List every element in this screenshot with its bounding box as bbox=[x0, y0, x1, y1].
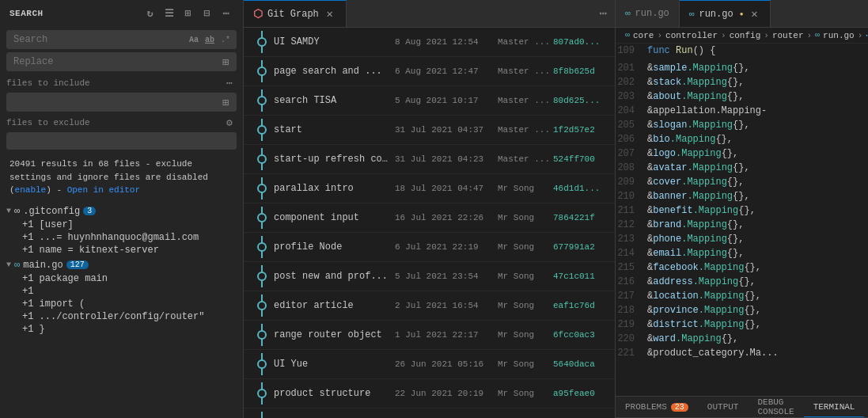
term-tab-problems[interactable]: PROBLEMS 23 bbox=[616, 397, 698, 417]
svg-point-9 bbox=[258, 155, 266, 163]
refresh-icon[interactable]: ↻ bbox=[143, 6, 157, 21]
match-line[interactable]: +1 ...= huynhnhanquoc@gmail.com bbox=[0, 231, 243, 244]
code-line: 204 &appellation.Mapping- bbox=[616, 104, 868, 118]
open-in-editor-link[interactable]: Open in editor bbox=[67, 185, 140, 195]
git-row[interactable]: range router object 1 Jul 2021 22:17 Mr … bbox=[244, 321, 615, 350]
file-icon-maingo: ∞ bbox=[14, 260, 20, 271]
term-tab-debug[interactable]: DEBUG CONSOLE bbox=[748, 397, 803, 417]
git-msg: editor article bbox=[274, 300, 395, 311]
code-line: 202 &stack.Mapping{}, bbox=[616, 75, 868, 89]
git-row[interactable]: UI SAMDY 8 Aug 2021 12:54 Master ... 807… bbox=[244, 28, 615, 57]
files-exclude-row: files to exclude ⚙ bbox=[6, 116, 237, 130]
git-branch: Mr Song bbox=[498, 301, 553, 310]
tab-git-graph[interactable]: ⬡ Git Graph ✕ bbox=[244, 0, 347, 27]
svg-point-25 bbox=[258, 390, 266, 397]
whole-word-icon[interactable]: ab bbox=[203, 32, 217, 47]
term-tab-terminal[interactable]: TERMINAL bbox=[804, 397, 865, 417]
line-number: 220 bbox=[616, 332, 644, 346]
git-row[interactable]: post new and prof... 5 Jul 2021 23:54 Mr… bbox=[244, 262, 615, 291]
git-date: 31 Jul 2021 04:37 bbox=[395, 125, 498, 135]
git-row[interactable]: editor article 2 Jul 2021 16:54 Mr Song … bbox=[244, 291, 615, 321]
line-number: 203 bbox=[616, 89, 644, 104]
match-line[interactable]: +1 [user] bbox=[0, 218, 243, 231]
close-tab-git-icon[interactable]: ✕ bbox=[324, 8, 336, 21]
files-include-input[interactable] bbox=[10, 96, 218, 108]
regex-icon[interactable]: .* bbox=[218, 32, 233, 47]
git-graph-col bbox=[250, 207, 274, 229]
line-content: &address.Mapping{}, bbox=[644, 275, 756, 289]
match-line[interactable]: +1 package main bbox=[0, 272, 243, 285]
code-line-func: 109 func Run() { bbox=[616, 44, 868, 58]
git-graph-col bbox=[250, 177, 274, 200]
term-tab-terminal-label: TERMINAL bbox=[813, 402, 855, 412]
file-header-maingo[interactable]: ▼ ∞ main.go 127 bbox=[0, 258, 243, 272]
git-row[interactable]: start 31 Jul 2021 04:37 Master ... 1f2d5… bbox=[244, 116, 615, 145]
git-date: 18 Jul 2021 04:47 bbox=[395, 184, 498, 193]
match-line[interactable]: +1 import ( bbox=[0, 298, 243, 310]
breadcrumb: ∞ core › controller › config › router › … bbox=[616, 28, 868, 44]
files-include-more[interactable]: ⋯ bbox=[222, 76, 237, 90]
git-row[interactable]: component input 16 Jul 2021 22:26 Mr Son… bbox=[244, 203, 615, 233]
file-header-gitconfig[interactable]: ▼ ∞ .gitconfig 3 bbox=[0, 204, 243, 218]
line-number: 201 bbox=[616, 61, 644, 75]
breadcrumb-router[interactable]: router bbox=[772, 31, 804, 40]
svg-point-3 bbox=[258, 67, 266, 75]
replace-input[interactable] bbox=[10, 55, 218, 69]
tab-more-icon[interactable]: ⋯ bbox=[593, 6, 615, 21]
code-line: 210 &banner.Mapping{}, bbox=[616, 189, 868, 203]
file-item-gitconfig: ▼ ∞ .gitconfig 3 +1 [user] +1 ...= huynh… bbox=[0, 203, 243, 257]
results-list: ▼ ∞ .gitconfig 3 +1 [user] +1 ...= huynh… bbox=[0, 200, 243, 419]
search-input[interactable] bbox=[10, 32, 187, 47]
line-number: 217 bbox=[616, 289, 644, 303]
line-number: 211 bbox=[616, 203, 644, 218]
svg-point-7 bbox=[258, 126, 266, 134]
breadcrumb-run-go[interactable]: run.go bbox=[823, 31, 855, 40]
list-icon[interactable]: ☰ bbox=[162, 6, 176, 21]
git-row[interactable]: search TISA 5 Aug 2021 10:17 Master ... … bbox=[244, 86, 615, 116]
term-tab-ports[interactable]: PORTS bbox=[864, 397, 868, 417]
git-graph-col bbox=[250, 294, 274, 317]
breadcrumb-controller[interactable]: controller bbox=[665, 31, 718, 40]
line-number: 213 bbox=[616, 232, 644, 246]
match-case-icon[interactable]: Aa bbox=[187, 32, 201, 47]
replace-icon[interactable]: ⊞ bbox=[218, 55, 233, 69]
git-row[interactable]: start-up refresh co... 31 Jul 2021 04:23… bbox=[244, 145, 615, 174]
enable-link[interactable]: enable bbox=[15, 185, 47, 195]
git-row[interactable]: page search and ... 6 Aug 2021 12:47 Mas… bbox=[244, 57, 615, 86]
new-file-icon[interactable]: ⊞ bbox=[181, 6, 195, 21]
badge-maingo: 127 bbox=[66, 260, 89, 269]
term-tab-output[interactable]: OUTPUT bbox=[698, 397, 749, 417]
gear-icon[interactable]: ⚙ bbox=[222, 116, 237, 130]
git-row[interactable]: parallax intro 18 Jul 2021 04:47 Mr Song… bbox=[244, 174, 615, 203]
code-line: 214 &email.Mapping{}, bbox=[616, 246, 868, 260]
files-exclude-input[interactable] bbox=[10, 135, 233, 147]
tab-run-go-2[interactable]: ∞ run.go ● ✕ bbox=[680, 0, 771, 27]
git-date: 6 Jul 2021 22:19 bbox=[395, 242, 498, 252]
match-line[interactable]: +1 } bbox=[0, 323, 243, 336]
git-row[interactable]: temporary produc... 21 Jun 2021 03:25 Mr… bbox=[244, 408, 615, 418]
go-icon-1: ∞ bbox=[625, 9, 631, 18]
git-row[interactable]: product structure 22 Jun 2021 20:19 Mr S… bbox=[244, 379, 615, 408]
tab-run-go-1[interactable]: ∞ run.go bbox=[616, 0, 680, 27]
close-editor-tab-icon[interactable]: ✕ bbox=[748, 8, 760, 21]
git-table: UI SAMDY 8 Aug 2021 12:54 Master ... 807… bbox=[244, 28, 615, 418]
files-include-btn[interactable]: ⊞ bbox=[218, 95, 233, 109]
tab-git-graph-label: Git Graph bbox=[267, 9, 319, 20]
breadcrumb-core[interactable]: core bbox=[633, 31, 654, 40]
more-icon[interactable]: ⋯ bbox=[219, 6, 233, 21]
match-line[interactable]: +1 bbox=[0, 285, 243, 298]
git-hash: 80d625... bbox=[553, 96, 608, 105]
collapse-icon[interactable]: ⊟ bbox=[200, 6, 214, 21]
modified-indicator: ● bbox=[740, 10, 744, 17]
git-row[interactable]: profile Node 6 Jul 2021 22:19 Mr Song 67… bbox=[244, 233, 615, 262]
line-content-109: func Run() { bbox=[644, 44, 715, 58]
svg-point-11 bbox=[258, 184, 266, 192]
line-content: &bio.Mapping{}, bbox=[644, 132, 733, 146]
match-line[interactable]: +1 .../controller/config/router" bbox=[0, 310, 243, 323]
line-number: 206 bbox=[616, 132, 644, 146]
match-line[interactable]: +1 name = kitnext-server bbox=[0, 244, 243, 256]
search-header-icons: ↻ ☰ ⊞ ⊟ ⋯ bbox=[143, 6, 233, 21]
breadcrumb-config[interactable]: config bbox=[730, 31, 761, 40]
tab-run-go-label-2: run.go bbox=[699, 9, 733, 20]
git-row[interactable]: UI Yue 26 Jun 2021 05:16 Mr Song 5640dac… bbox=[244, 350, 615, 379]
